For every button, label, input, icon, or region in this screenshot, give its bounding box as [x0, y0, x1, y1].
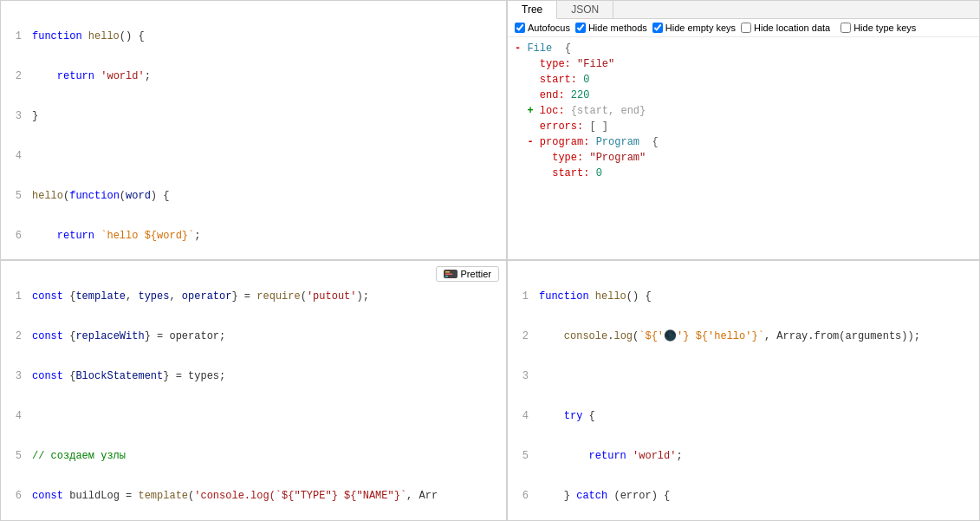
code-line: 1 const {template, types, operator} = re…	[1, 289, 506, 304]
tree-line: errors: [ ]	[515, 119, 972, 134]
bottom-left-code-panel: Prettier 1 const {template, types, opera…	[0, 260, 507, 521]
code-line: 2 return 'world';	[1, 68, 506, 84]
code-line: 5 // создаем узлы	[1, 448, 506, 464]
options-row: Autofocus Hide methods Hide empty keys H…	[508, 19, 979, 37]
prettier-logo-icon	[444, 270, 458, 278]
code-line: 3	[508, 368, 979, 384]
code-line: 1 function hello() {	[508, 289, 979, 304]
code-editor-bottom-right: 1 function hello() { 2 console.log(`${'🌑…	[508, 261, 979, 521]
code-line: 6 } catch (error) {	[508, 488, 979, 504]
code-line: 6 return `hello ${word}`;	[1, 228, 506, 244]
autofocus-checkbox[interactable]	[515, 23, 525, 33]
tabs-row: Tree JSON	[508, 1, 979, 19]
code-line: 4	[1, 148, 506, 164]
tree-line: + loc: {start, end}	[515, 103, 972, 119]
tree-line: - File {	[515, 41, 972, 56]
option-hide-type-keys[interactable]: Hide type keys	[840, 23, 916, 33]
svg-rect-1	[445, 271, 450, 273]
code-editor-top-left: 1 function hello() { 2 return 'world'; 3…	[1, 1, 506, 260]
option-hide-methods[interactable]: Hide methods	[575, 23, 647, 33]
tab-json[interactable]: JSON	[557, 1, 613, 18]
svg-rect-3	[445, 276, 448, 277]
tree-line: type: "Program"	[515, 150, 972, 166]
bottom-right-code-panel: 1 function hello() { 2 console.log(`${'🌑…	[507, 260, 980, 521]
code-line: 2 console.log(`${'🌑'} ${'hello'}`, Array…	[508, 329, 979, 344]
tree-line: type: "File"	[515, 56, 972, 72]
code-line: 1 function hello() {	[1, 29, 506, 44]
code-line: 6 const buildLog = template('console.log…	[1, 488, 506, 504]
code-line: 3 }	[1, 108, 506, 124]
code-line: 4	[1, 408, 506, 424]
code-line: 5 return 'world';	[508, 448, 979, 464]
hide-type-keys-checkbox[interactable]	[840, 23, 851, 33]
tab-tree[interactable]: Tree	[508, 1, 557, 19]
code-editor-bottom-left: 1 const {template, types, operator} = re…	[1, 261, 506, 521]
prettier-button[interactable]: Prettier	[436, 266, 499, 282]
tree-content: - File { type: "File" start: 0 end: 220 …	[508, 37, 979, 248]
tree-line: start: 0	[515, 72, 972, 88]
hide-methods-checkbox[interactable]	[575, 23, 586, 33]
top-left-code-panel: 1 function hello() { 2 return 'world'; 3…	[0, 0, 507, 260]
hide-location-data-checkbox[interactable]	[741, 23, 751, 33]
option-hide-location-data[interactable]: Hide location data	[741, 23, 830, 33]
tree-line: end: 220	[515, 88, 972, 103]
svg-rect-2	[445, 274, 452, 276]
code-line: 5 hello(function(word) {	[1, 188, 506, 204]
code-line: 4 try {	[508, 408, 979, 424]
hide-empty-keys-checkbox[interactable]	[652, 23, 663, 33]
option-autofocus[interactable]: Autofocus	[515, 23, 570, 33]
tree-line: start: 0	[515, 166, 972, 181]
code-line: 3 const {BlockStatement} = types;	[1, 368, 506, 384]
code-line: 2 const {replaceWith} = operator;	[1, 329, 506, 344]
option-hide-empty-keys[interactable]: Hide empty keys	[652, 23, 736, 33]
tree-panel: Tree JSON Autofocus Hide methods Hide em…	[507, 0, 980, 260]
tree-line: - program: Program {	[515, 134, 972, 150]
